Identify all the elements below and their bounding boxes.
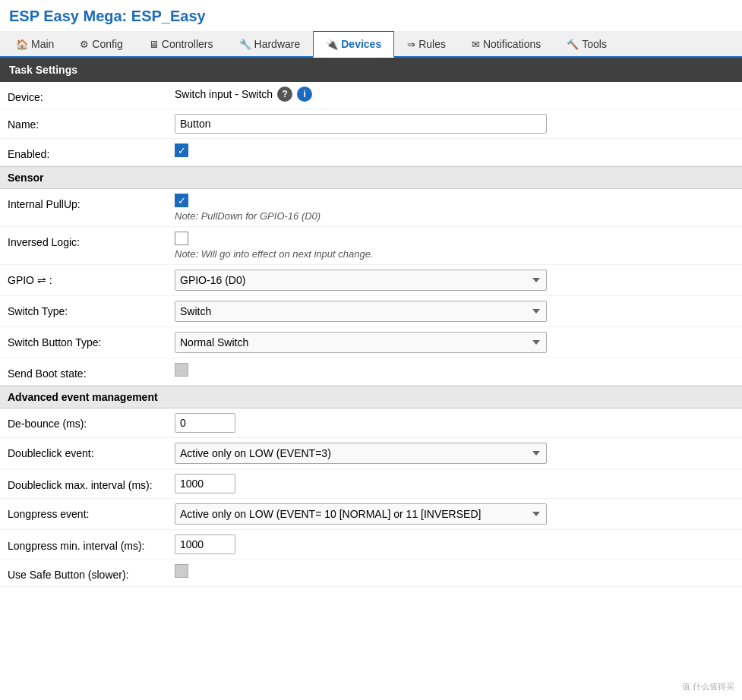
task-settings-header: Task Settings bbox=[0, 58, 742, 82]
help-question-icon[interactable]: ? bbox=[277, 87, 292, 102]
switch-button-type-select[interactable]: Normal Switch Active LOW Active HIGH bbox=[175, 332, 547, 353]
hardware-icon: 🔧 bbox=[239, 39, 251, 50]
inversed-checkbox[interactable] bbox=[175, 232, 188, 245]
pullup-control: Note: PullDown for GPIO-16 (D0) bbox=[175, 194, 734, 222]
doubleclick-interval-control: 1000 bbox=[175, 474, 734, 493]
gpio-select[interactable]: GPIO-16 (D0) GPIO-0 (D3) GPIO-2 (D4) GPI… bbox=[175, 270, 547, 291]
switch-button-type-label: Switch Button Type: bbox=[8, 332, 175, 348]
tab-main[interactable]: 🏠 Main bbox=[3, 31, 67, 56]
longpress-interval-label: Longpress min. interval (ms): bbox=[8, 534, 175, 553]
debounce-control: 0 bbox=[175, 413, 734, 433]
longpress-select[interactable]: Active only on LOW (EVENT= 10 [NORMAL] o… bbox=[175, 503, 547, 525]
longpress-interval-control: 1000 bbox=[175, 534, 734, 554]
devices-icon: 🔌 bbox=[326, 39, 338, 50]
longpress-control: Active only on LOW (EVENT= 10 [NORMAL] o… bbox=[175, 503, 734, 525]
doubleclick-interval-row: Doubleclick max. interval (ms): 1000 bbox=[0, 469, 742, 499]
switch-button-type-row: Switch Button Type: Normal Switch Active… bbox=[0, 327, 742, 358]
controllers-icon: 🖥 bbox=[149, 39, 159, 50]
gpio-control: GPIO-16 (D0) GPIO-0 (D3) GPIO-2 (D4) GPI… bbox=[175, 270, 734, 291]
doubleclick-row: Doubleclick event: Active only on LOW (E… bbox=[0, 438, 742, 469]
rules-icon: ⇒ bbox=[407, 39, 415, 50]
doubleclick-interval-input[interactable]: 1000 bbox=[175, 474, 235, 493]
nav-tabs: 🏠 Main ⚙ Config 🖥 Controllers 🔧 Hardware… bbox=[0, 31, 742, 58]
switch-type-row: Switch Type: Switch Dimmer bbox=[0, 296, 742, 327]
pullup-note: Note: PullDown for GPIO-16 (D0) bbox=[175, 210, 320, 222]
sensor-header: Sensor bbox=[0, 166, 742, 189]
tab-tools[interactable]: 🔨 Tools bbox=[554, 31, 620, 56]
gpio-label: GPIO ⇌ : bbox=[8, 270, 175, 286]
main-icon: 🏠 bbox=[16, 39, 28, 50]
tab-devices[interactable]: 🔌 Devices bbox=[313, 31, 394, 58]
tab-controllers[interactable]: 🖥 Controllers bbox=[136, 31, 226, 56]
tab-rules[interactable]: ⇒ Rules bbox=[394, 31, 459, 56]
safe-button-control bbox=[175, 564, 734, 578]
config-icon: ⚙ bbox=[80, 39, 89, 50]
pullup-label: Internal PullUp: bbox=[8, 194, 175, 210]
doubleclick-select[interactable]: Active only on LOW (EVENT=3) Active only… bbox=[175, 443, 547, 464]
debounce-row: De-bounce (ms): 0 bbox=[0, 408, 742, 438]
device-row: Device: Switch input - Switch ? i bbox=[0, 82, 742, 109]
device-control: Switch input - Switch ? i bbox=[175, 87, 734, 102]
safe-button-row: Use Safe Button (slower): bbox=[0, 560, 742, 587]
device-label: Device: bbox=[8, 87, 175, 103]
send-boot-control bbox=[175, 363, 734, 377]
longpress-interval-row: Longpress min. interval (ms): 1000 bbox=[0, 530, 742, 560]
send-boot-label: Send Boot state: bbox=[8, 363, 175, 380]
tab-notifications[interactable]: ✉ Notifications bbox=[459, 31, 554, 56]
inversed-row: Inversed Logic: Note: Will go into effec… bbox=[0, 227, 742, 265]
page-title: ESP Easy Mega: ESP_Easy bbox=[0, 0, 742, 31]
tab-config[interactable]: ⚙ Config bbox=[67, 31, 135, 56]
switch-type-control: Switch Dimmer bbox=[175, 301, 734, 322]
tools-icon: 🔨 bbox=[567, 39, 579, 50]
switch-button-type-control: Normal Switch Active LOW Active HIGH bbox=[175, 332, 734, 353]
tab-hardware[interactable]: 🔧 Hardware bbox=[226, 31, 314, 56]
name-control: Button bbox=[175, 114, 734, 134]
doubleclick-interval-label: Doubleclick max. interval (ms): bbox=[8, 474, 175, 492]
send-boot-row: Send Boot state: bbox=[0, 358, 742, 386]
longpress-row: Longpress event: Active only on LOW (EVE… bbox=[0, 499, 742, 530]
longpress-interval-input[interactable]: 1000 bbox=[175, 534, 235, 554]
enabled-label: Enabled: bbox=[8, 143, 175, 160]
debounce-label: De-bounce (ms): bbox=[8, 413, 175, 430]
pullup-checkbox[interactable] bbox=[175, 194, 188, 207]
enabled-checkbox[interactable] bbox=[175, 143, 188, 157]
safe-button-checkbox[interactable] bbox=[175, 564, 188, 578]
help-info-icon[interactable]: i bbox=[297, 87, 312, 102]
safe-button-label: Use Safe Button (slower): bbox=[8, 564, 175, 581]
doubleclick-label: Doubleclick event: bbox=[8, 443, 175, 459]
enabled-control bbox=[175, 143, 734, 157]
inversed-note: Note: Will go into effect on next input … bbox=[175, 248, 374, 260]
notifications-icon: ✉ bbox=[472, 39, 480, 50]
name-row: Name: Button bbox=[0, 109, 742, 139]
name-label: Name: bbox=[8, 114, 175, 131]
switch-type-select[interactable]: Switch Dimmer bbox=[175, 301, 547, 322]
name-input[interactable]: Button bbox=[175, 114, 547, 134]
gpio-row: GPIO ⇌ : GPIO-16 (D0) GPIO-0 (D3) GPIO-2… bbox=[0, 265, 742, 296]
send-boot-checkbox[interactable] bbox=[175, 363, 188, 377]
switch-type-label: Switch Type: bbox=[8, 301, 175, 317]
device-value: Switch input - Switch bbox=[175, 88, 273, 100]
inversed-label: Inversed Logic: bbox=[8, 232, 175, 248]
doubleclick-control: Active only on LOW (EVENT=3) Active only… bbox=[175, 443, 734, 464]
inversed-control: Note: Will go into effect on next input … bbox=[175, 232, 734, 260]
debounce-input[interactable]: 0 bbox=[175, 413, 235, 433]
advanced-header: Advanced event management bbox=[0, 386, 742, 408]
longpress-label: Longpress event: bbox=[8, 503, 175, 520]
enabled-row: Enabled: bbox=[0, 139, 742, 166]
pullup-row: Internal PullUp: Note: PullDown for GPIO… bbox=[0, 189, 742, 227]
